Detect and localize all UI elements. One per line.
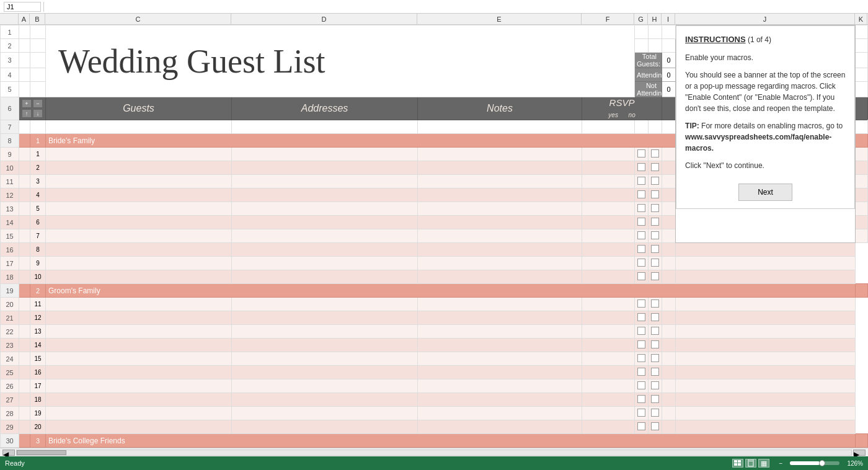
formula-divider: [43, 2, 44, 12]
rsvp-yes-checkbox[interactable]: [637, 381, 645, 389]
tip-text: For more details on enabling macros, go …: [701, 122, 843, 130]
page-break-btn[interactable]: ▦: [758, 459, 769, 468]
rsvp-no-checkbox[interactable]: [651, 272, 659, 280]
guest-num: 13: [30, 325, 46, 339]
rsvp-no-checkbox[interactable]: [651, 218, 659, 226]
rsvp-no-checkbox[interactable]: [651, 245, 659, 253]
rsvp-yes-checkbox[interactable]: [637, 245, 645, 253]
scroll-right-btn[interactable]: ▶: [853, 450, 866, 456]
col-header-j[interactable]: J: [675, 14, 855, 24]
row-number: 9: [1, 148, 19, 161]
rsvp-yes-checkbox[interactable]: [637, 354, 645, 362]
row-number: 8: [1, 134, 19, 148]
rsvp-no-checkbox[interactable]: [651, 354, 659, 362]
rsvp-yes-checkbox[interactable]: [637, 272, 645, 280]
tool-buttons: + − ↑ ↓: [21, 99, 43, 118]
rsvp-no-checkbox[interactable]: [651, 149, 659, 157]
row-number: 18: [1, 270, 19, 284]
rsvp-no-checkbox[interactable]: [651, 177, 659, 185]
rsvp-yes-checkbox[interactable]: [637, 327, 645, 335]
rsvp-yes-checkbox[interactable]: [637, 395, 645, 403]
row-number: 5: [1, 82, 19, 97]
instructions-page-info: (1 of 4): [748, 35, 771, 44]
zoom-thumb[interactable]: [819, 460, 825, 466]
tip-link: www.savvyspreadsheets.com/faq/enable-mac…: [685, 133, 831, 153]
scroll-thumb[interactable]: [17, 450, 66, 455]
instructions-tip: TIP: For more details on enabling macros…: [685, 120, 846, 154]
next-button[interactable]: Next: [738, 184, 792, 201]
cell-b4: [30, 68, 46, 82]
rsvp-no-checkbox[interactable]: [651, 409, 659, 417]
rsvp-yes-checkbox[interactable]: [637, 259, 645, 267]
rsvp-no-checkbox[interactable]: [651, 190, 659, 198]
col-header-f[interactable]: F: [582, 14, 634, 24]
rsvp-no-checkbox[interactable]: [651, 231, 659, 239]
rsvp-yes-checkbox[interactable]: [637, 368, 645, 376]
scroll-left-btn[interactable]: ◀: [2, 450, 15, 456]
zoom-slider[interactable]: [790, 461, 839, 465]
guest-num: 1: [30, 148, 46, 161]
rsvp-yes-checkbox[interactable]: [637, 218, 645, 226]
guest-num: 16: [30, 366, 46, 379]
scroll-track[interactable]: [16, 450, 852, 456]
rsvp-no-checkbox[interactable]: [651, 204, 659, 212]
stats-value-total: 0: [662, 53, 676, 68]
horizontal-scrollbar[interactable]: ◀ ▶: [0, 448, 868, 456]
page-layout-btn[interactable]: [745, 459, 756, 468]
col-header-c[interactable]: C: [45, 14, 231, 24]
col-header-k[interactable]: K: [855, 14, 867, 24]
row-number: 22: [1, 325, 19, 339]
instructions-step2: You should see a banner at the top of th…: [685, 69, 846, 114]
rsvp-no-checkbox[interactable]: [651, 163, 659, 171]
down-icon[interactable]: ↓: [33, 109, 43, 118]
instructions-cell: INSTRUCTIONS (1 of 4) Enable your macros…: [676, 25, 856, 243]
rsvp-no-checkbox[interactable]: [651, 422, 659, 430]
rsvp-no-checkbox[interactable]: [651, 313, 659, 321]
cell-g2: [635, 39, 649, 53]
normal-view-btn[interactable]: [732, 459, 743, 468]
add-icon[interactable]: +: [22, 99, 32, 108]
rsvp-yes-checkbox[interactable]: [637, 163, 645, 171]
col-header-g[interactable]: G: [634, 14, 648, 24]
col-header-d[interactable]: D: [231, 14, 417, 24]
address-cell[interactable]: [232, 148, 418, 161]
rsvp-no-checkbox[interactable]: [651, 259, 659, 267]
rsvp-no-checkbox[interactable]: [651, 395, 659, 403]
rsvp-yes-checkbox[interactable]: [637, 409, 645, 417]
notes-cell[interactable]: [418, 148, 582, 161]
col-header-b[interactable]: B: [30, 14, 45, 24]
rsvp-yes-checkbox[interactable]: [637, 340, 645, 348]
rsvp-yes-checkbox[interactable]: [637, 149, 645, 157]
up-icon[interactable]: ↑: [22, 109, 32, 118]
rsvp-yes-checkbox[interactable]: [637, 231, 645, 239]
cell-g3: [856, 53, 868, 68]
rsvp-yes-checkbox[interactable]: [637, 313, 645, 321]
rsvp-no-cell[interactable]: [649, 148, 662, 161]
rsvp-no-checkbox[interactable]: [651, 340, 659, 348]
rsvp-yes-checkbox[interactable]: [637, 177, 645, 185]
cell-b5: [30, 82, 46, 97]
guest-name-cell[interactable]: [46, 148, 232, 161]
col-header-e[interactable]: E: [417, 14, 582, 24]
rsvp-no-checkbox[interactable]: [651, 381, 659, 389]
col-header-a[interactable]: A: [19, 14, 30, 24]
row-number: 30: [1, 434, 19, 448]
row-number: 15: [1, 229, 19, 243]
rsvp-yes-checkbox[interactable]: [637, 422, 645, 430]
row-number: 19: [1, 284, 19, 298]
rsvp-no-checkbox[interactable]: [651, 368, 659, 376]
guest-num: 11: [30, 298, 46, 311]
name-box[interactable]: [4, 2, 41, 12]
rsvp-yes-cell[interactable]: [635, 148, 649, 161]
col-header-i[interactable]: I: [662, 14, 675, 24]
guest-num: 3: [30, 175, 46, 188]
col-header-h[interactable]: H: [648, 14, 662, 24]
rsvp-yes-checkbox[interactable]: [637, 299, 645, 308]
svg-rect-5: [749, 461, 753, 461]
rsvp-no-checkbox[interactable]: [651, 327, 659, 335]
rsvp-yes-checkbox[interactable]: [637, 204, 645, 212]
svg-rect-0: [734, 460, 737, 463]
minus-icon[interactable]: −: [33, 99, 43, 108]
rsvp-yes-checkbox[interactable]: [637, 190, 645, 198]
rsvp-no-checkbox[interactable]: [651, 299, 659, 308]
